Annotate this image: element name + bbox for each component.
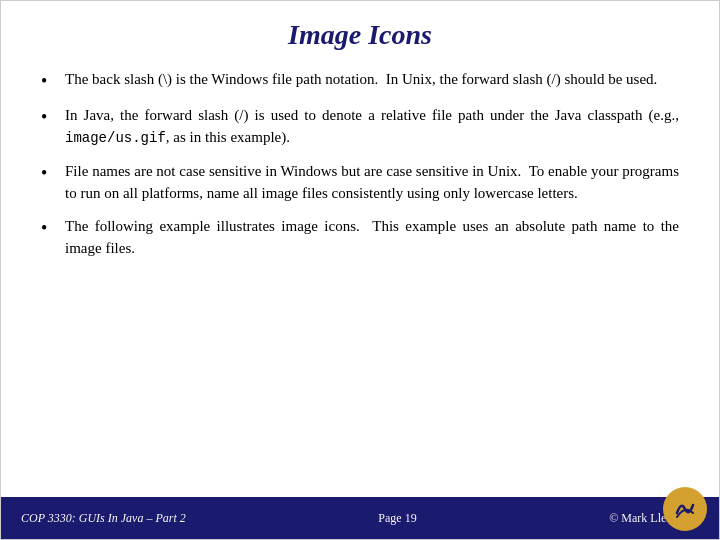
bullet-dot-4: • [41, 217, 55, 240]
bullet-text-1: The back slash (\) is the Windows file p… [65, 69, 679, 91]
bullet-list: • The back slash (\) is the Windows file… [41, 69, 679, 260]
code-image-path: image/us.gif [65, 130, 166, 146]
footer-page: Page 19 [378, 511, 416, 526]
bullet-dot-2: • [41, 106, 55, 129]
bullet-item-4: • The following example illustrates imag… [41, 216, 679, 260]
bullet-item-2: • In Java, the forward slash (/) is used… [41, 105, 679, 149]
bullet-text-4: The following example illustrates image … [65, 216, 679, 260]
bullet-item-3: • File names are not case sensitive in W… [41, 161, 679, 205]
logo-svg [667, 491, 703, 527]
logo-circle [663, 487, 707, 531]
slide-main: Image Icons • The back slash (\) is the … [1, 1, 719, 497]
bullet-dot-1: • [41, 70, 55, 93]
bullet-dot-3: • [41, 162, 55, 185]
footer-logo [663, 487, 711, 535]
slide-footer: COP 3330: GUIs In Java – Part 2 Page 19 … [1, 497, 719, 539]
slide-container: Image Icons • The back slash (\) is the … [0, 0, 720, 540]
footer-course: COP 3330: GUIs In Java – Part 2 [21, 511, 186, 526]
slide-title: Image Icons [41, 19, 679, 51]
bullet-item-1: • The back slash (\) is the Windows file… [41, 69, 679, 93]
bullet-text-2: In Java, the forward slash (/) is used t… [65, 105, 679, 149]
bullet-text-3: File names are not case sensitive in Win… [65, 161, 679, 205]
